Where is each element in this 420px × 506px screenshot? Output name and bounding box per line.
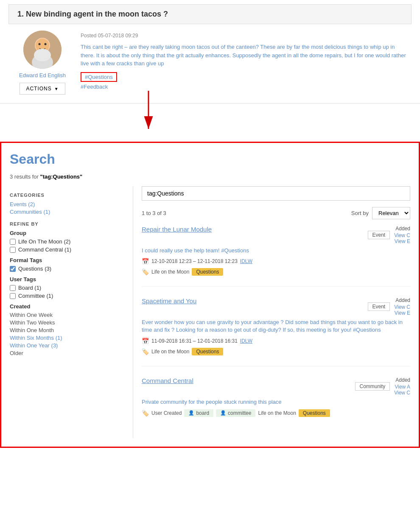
created-one-month: Within One Month — [10, 327, 124, 333]
user-tags-filter: User Tags Board (1) Committee (1) — [10, 276, 124, 299]
calendar-icon: 📅 — [142, 258, 149, 265]
arrow-container — [0, 103, 420, 142]
dropdown-caret-icon: ▼ — [54, 87, 59, 91]
search-section: Search 3 results for "tag:Questions" CAT… — [0, 142, 420, 448]
user-tag-board-checkbox[interactable] — [10, 285, 16, 291]
tag-icon-2: 🏷️ — [142, 348, 149, 355]
result-1-view1[interactable]: View C — [394, 232, 410, 238]
group-command-central[interactable]: Command Central (1) — [10, 246, 124, 253]
sort-select[interactable]: Relevan Newest Oldest — [372, 207, 410, 219]
count-label: 1 to 3 of 3 — [142, 210, 166, 216]
result-2-idlw[interactable]: IDLW — [240, 338, 252, 344]
result-1-view2[interactable]: View E — [394, 238, 410, 244]
svg-point-6 — [34, 49, 51, 62]
user-tag-board[interactable]: Board (1) — [10, 285, 124, 291]
user-tag-committee-checkbox[interactable] — [10, 293, 16, 299]
result-item-1: Repair the Lunar Module Event Added View… — [142, 226, 410, 287]
result-2-view2[interactable]: View E — [394, 310, 410, 316]
result-3-view2[interactable]: View C — [394, 390, 410, 396]
user-name: Edward Ed English — [19, 72, 66, 78]
created-filter: Created Within One Week Within Two Weeks… — [10, 303, 124, 356]
search-query-display: "tag:Questions" — [40, 173, 83, 180]
formal-tags-title: Formal Tags — [10, 257, 124, 263]
group-life-checkbox[interactable] — [10, 239, 16, 245]
formal-tag-questions[interactable]: Questions (3) — [10, 266, 124, 272]
result-item-2: Spacetime and You Event Added View C Vie… — [142, 297, 410, 366]
svg-point-5 — [45, 43, 47, 45]
post-meta: Posted 05-07-2018 09:29 — [81, 33, 407, 39]
result-2-date-text: 11-09-2018 16:31 – 12-01-2018 16:31 — [151, 338, 238, 344]
search-input[interactable] — [142, 186, 410, 201]
user-tag-committee[interactable]: Committee (1) — [10, 293, 124, 299]
post-content: Posted 05-07-2018 09:29 This cant be rig… — [81, 31, 407, 95]
result-2-view1[interactable]: View C — [394, 304, 410, 310]
arrow-icon — [115, 87, 199, 137]
result-1-formal-tag[interactable]: Questions — [192, 268, 223, 276]
formal-tag-questions-checkbox[interactable] — [10, 266, 16, 272]
result-3-tag-committee[interactable]: 👤 committee — [216, 409, 255, 417]
post-section: 1. New binding agent in the moon tacos ?… — [0, 0, 420, 103]
actions-button[interactable]: ACTIONS ▼ — [20, 83, 65, 95]
result-1-tags: 🏷️ Life on the Moon Questions — [142, 268, 410, 276]
result-1-group: Life on the Moon — [151, 269, 189, 275]
search-results-info: 3 results for "tag:Questions" — [10, 173, 410, 180]
group-command-checkbox[interactable] — [10, 247, 16, 253]
group-life-on-moon[interactable]: Life On The Moon (2) — [10, 238, 124, 245]
avatar — [23, 31, 62, 69]
result-2-tags: 🏷️ Life on the Moon Questions — [142, 348, 410, 355]
created-six-months[interactable]: Within Six Months (1) — [10, 335, 124, 341]
result-1-date-text: 12-10-2018 12:23 – 12-11-2018 12:23 — [151, 258, 238, 264]
result-3-formal-tag[interactable]: Questions — [299, 409, 330, 417]
result-3-side-links: Added View A View C — [394, 377, 410, 396]
sort-row: 1 to 3 of 3 Sort by Relevan Newest Oldes… — [142, 207, 410, 219]
user-icon-board: 👤 — [188, 410, 194, 416]
group-filter: Group Life On The Moon (2) Command Centr… — [10, 230, 124, 253]
calendar-icon-2: 📅 — [142, 338, 149, 344]
result-2-formal-tag[interactable]: Questions — [192, 348, 223, 355]
result-3-badge: Community — [355, 382, 390, 391]
user-icon-committee: 👤 — [220, 410, 226, 416]
result-3-added: Added — [394, 377, 410, 383]
result-3-desc: Private community for the people stuck r… — [142, 398, 410, 406]
result-1-desc: I could really use the help team! #Quest… — [142, 247, 410, 254]
result-2-added: Added — [394, 297, 410, 303]
user-tags-title: User Tags — [10, 276, 124, 282]
result-2-desc: Ever wonder how you can use gravity to y… — [142, 319, 410, 334]
search-sidebar: CATEGORIES Events (2) Communities (1) RE… — [10, 186, 133, 438]
result-2-side-links: Added View C View E — [394, 297, 410, 316]
svg-point-4 — [39, 43, 41, 45]
category-events[interactable]: Events (2) — [10, 201, 124, 207]
result-2-date: 📅 11-09-2018 16:31 – 12-01-2018 16:31 ID… — [142, 338, 410, 344]
result-3-title[interactable]: Command Central — [142, 377, 193, 384]
result-1-added: Added — [394, 226, 410, 232]
user-column: Edward Ed English ACTIONS ▼ — [13, 31, 72, 95]
result-3-tag-board[interactable]: 👤 board — [184, 409, 213, 417]
categories-title: CATEGORIES — [10, 193, 124, 198]
search-bar-row — [142, 186, 410, 201]
group-title: Group — [10, 230, 124, 236]
result-1-title[interactable]: Repair the Lunar Module — [142, 226, 212, 233]
result-2-badge: Event — [368, 302, 390, 311]
result-1-idlw[interactable]: IDLW — [240, 258, 252, 264]
result-1-side-links: Added View C View E — [394, 226, 410, 244]
refine-title: REFINE BY — [10, 221, 124, 226]
tag-icon-1: 🏷️ — [142, 268, 149, 275]
result-item-3: Command Central Community Added View A V… — [142, 377, 410, 428]
category-communities[interactable]: Communities (1) — [10, 209, 124, 215]
created-one-week: Within One Week — [10, 312, 124, 318]
results-main: 1 to 3 of 3 Sort by Relevan Newest Oldes… — [133, 186, 410, 438]
tag-questions[interactable]: #Questions — [81, 72, 117, 82]
result-2-title[interactable]: Spacetime and You — [142, 297, 196, 305]
created-one-year[interactable]: Within One Year (3) — [10, 342, 124, 349]
formal-tags-filter: Formal Tags Questions (3) — [10, 257, 124, 272]
sort-label: Sort by — [351, 210, 369, 216]
created-title: Created — [10, 303, 124, 310]
post-title: 1. New binding agent in the moon tacos ? — [8, 4, 412, 24]
result-2-group: Life on the Moon — [151, 349, 189, 355]
created-older: Older — [10, 350, 124, 356]
result-1-badge: Event — [368, 231, 390, 239]
result-3-group: Life on the Moon — [258, 410, 296, 416]
created-two-weeks: Within Two Weeks — [10, 319, 124, 326]
result-3-tags: 🏷️ User Created 👤 board 👤 committee Life… — [142, 409, 410, 417]
result-3-view1[interactable]: View A — [394, 384, 410, 390]
